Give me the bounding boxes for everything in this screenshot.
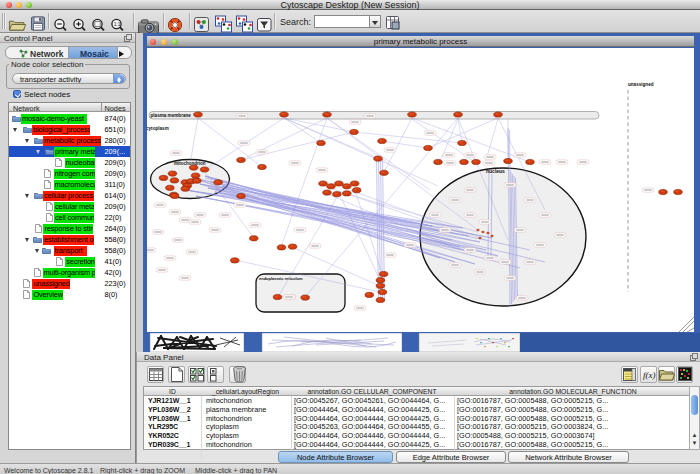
svg-text:plasma membrane: plasma membrane <box>151 113 192 118</box>
svg-text:cytoplasm: cytoplasm <box>147 126 169 131</box>
svg-text:f(x): f(x) <box>643 370 656 380</box>
svg-text:1:1: 1:1 <box>114 21 121 27</box>
svg-text:unassigned: unassigned <box>628 82 654 87</box>
svg-text:mitochondrion: mitochondrion <box>174 161 206 166</box>
svg-text:endoplasmic reticulum: endoplasmic reticulum <box>259 276 303 281</box>
